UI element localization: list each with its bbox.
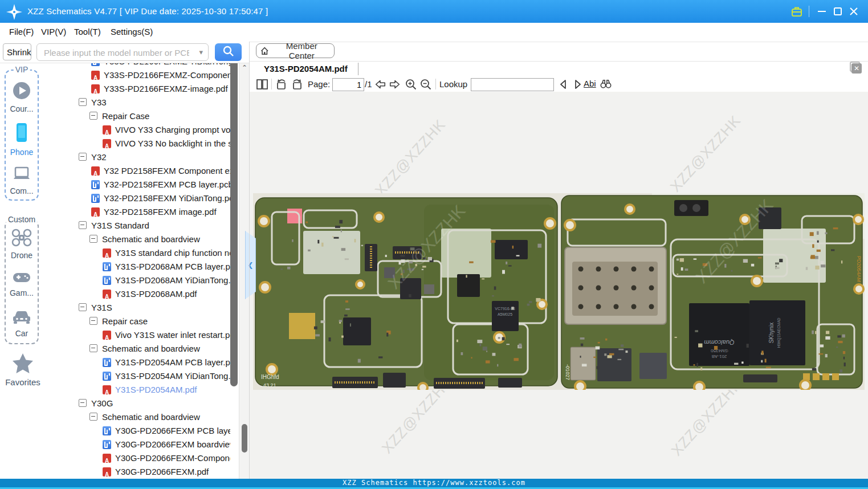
- collapse-toggle-icon[interactable]: [79, 98, 87, 106]
- tree-item[interactable]: Y31S-PD2068AM YiDianTong.p: [68, 274, 230, 287]
- tree-item[interactable]: Y30G-PD2066FEXM-Componen: [68, 451, 230, 465]
- tree-item[interactable]: VIVO Y33 No backlight in the se: [68, 137, 230, 150]
- lookup-label: Lookup: [439, 79, 467, 89]
- tree-item-label: Schematic and boardview: [102, 412, 200, 422]
- member-center-button[interactable]: Member Center: [256, 43, 335, 58]
- binoculars-icon[interactable]: [600, 78, 612, 91]
- panel-scrollbar-thumb[interactable]: [242, 424, 247, 453]
- status-bar: XZZ Schematics https://www.xzztools.com: [0, 479, 868, 487]
- license-icon[interactable]: [790, 5, 804, 18]
- tree-item[interactable]: Y30G: [68, 397, 230, 410]
- sidebar-item-courses[interactable]: Cour...: [6, 81, 38, 113]
- sidebar-item-computer[interactable]: Com...: [6, 165, 38, 195]
- lookup-input[interactable]: [471, 78, 554, 91]
- tree-item-label: Y32-PD2158FEXM image.pdf: [104, 207, 217, 217]
- close-button[interactable]: [847, 5, 861, 18]
- tree-item[interactable]: VIVO Y33 Charging prompt volt: [68, 123, 230, 137]
- tree-item[interactable]: Y32-PD2158FEXM image.pdf: [68, 205, 230, 219]
- find-previous-icon[interactable]: [557, 78, 570, 91]
- collapse-toggle-icon[interactable]: [79, 221, 87, 229]
- tree-item[interactable]: Y31S-PD2054AM YiDianTong.p: [68, 369, 230, 383]
- page-number-input[interactable]: [332, 78, 364, 91]
- rotate-right-icon[interactable]: [291, 78, 303, 91]
- tree-item[interactable]: Vivo Y31S water inlet restart.pdf: [68, 328, 230, 342]
- collapse-toggle-icon[interactable]: [89, 413, 97, 421]
- page-label: Page:: [308, 79, 330, 89]
- svg-text:SM4350: SM4350: [711, 348, 728, 353]
- tree-item-label: Y32-PD2158FEXM PCB layer.pcb: [104, 180, 230, 189]
- tree-item-label: VIVO Y33 Charging prompt volt: [115, 125, 230, 135]
- collapse-toggle-icon[interactable]: [79, 153, 87, 161]
- menu-vip[interactable]: VIP(V): [41, 27, 66, 36]
- tree-item[interactable]: Y31S-PD2068AM PCB layer.pcb: [68, 260, 230, 274]
- two-page-view-icon[interactable]: [256, 78, 268, 91]
- minimize-button[interactable]: [815, 5, 829, 18]
- tree-item[interactable]: Y30G-PD2066FEXM.pdf: [68, 465, 230, 479]
- zoom-out-icon[interactable]: [419, 78, 432, 91]
- svg-text:43 21: 43 21: [263, 382, 276, 388]
- tree-item[interactable]: Repair case: [68, 315, 230, 328]
- tree-item[interactable]: Schematic and boardview: [68, 410, 230, 424]
- sidebar-item-favorites[interactable]: Favorites: [0, 352, 46, 387]
- shrink-button[interactable]: Shrink: [3, 43, 31, 60]
- close-all-tabs-button[interactable]: ✕: [851, 63, 862, 74]
- svg-text:201-AB: 201-AB: [712, 354, 727, 359]
- find-next-icon[interactable]: [571, 78, 584, 91]
- tree-item[interactable]: Schematic and boardview: [68, 342, 230, 356]
- collapse-toggle-icon[interactable]: [89, 235, 97, 243]
- collapse-toggle-icon[interactable]: [79, 303, 87, 311]
- search-button[interactable]: [215, 43, 242, 61]
- tree-item[interactable]: Y32-PD2158FEXM YiDianTong.pcb: [68, 191, 230, 205]
- chevron-down-icon[interactable]: ▾: [199, 48, 203, 56]
- pdf-file-icon: [103, 248, 111, 258]
- match-case-button[interactable]: Abi: [584, 79, 596, 88]
- page-total-label: /1: [365, 79, 372, 89]
- car-icon: [11, 309, 32, 325]
- tree-item[interactable]: Y30G-PD2066FEXM boardview.: [68, 438, 230, 451]
- collapse-toggle-icon[interactable]: [79, 399, 87, 407]
- tree-item-label: Schematic and boardview: [102, 344, 200, 353]
- menu-tool[interactable]: Tool(T): [74, 27, 101, 36]
- tree-item[interactable]: Y30G-PD2066FEXM PCB layer.p: [68, 424, 230, 438]
- collapse-toggle-icon[interactable]: [89, 317, 97, 325]
- zoom-in-icon[interactable]: [405, 78, 417, 91]
- tab-active-pdf[interactable]: Y31S-PD2054AM.pdf: [264, 64, 348, 74]
- pdf-file-icon: [91, 84, 100, 93]
- drone-icon: [11, 229, 32, 247]
- sidebar-item-phone[interactable]: Phone: [6, 122, 38, 157]
- tree-item[interactable]: Y33S-PD2166FEXMZ-Component e: [68, 68, 230, 82]
- tree-item[interactable]: Repair Case: [68, 109, 230, 123]
- search-combobox[interactable]: ▾: [36, 43, 209, 61]
- tree-item-label: Y31S-PD2054AM.pdf: [115, 385, 197, 394]
- svg-text:SKhynix: SKhynix: [768, 323, 775, 344]
- menu-settings[interactable]: Settings(S): [111, 27, 153, 36]
- sidebar: VIP Cour... Phone Com: [0, 63, 46, 479]
- tree-item[interactable]: Y31S: [68, 301, 230, 315]
- pcb-photo[interactable]: VC7916-63 A5M025: [253, 193, 865, 390]
- tree-item[interactable]: Y32-PD2158FEXM PCB layer.pcb: [68, 178, 230, 191]
- tree-item[interactable]: Y31S-PD2068AM.pdf: [68, 287, 230, 301]
- next-page-icon[interactable]: [389, 78, 401, 91]
- collapse-toggle-icon[interactable]: [89, 344, 97, 352]
- tree-item[interactable]: Y31S-PD2054AM.pdf: [68, 383, 230, 397]
- svg-text:-01027: -01027: [565, 364, 570, 380]
- panel-collapse-handle[interactable]: ❮: [245, 231, 256, 299]
- search-input[interactable]: [43, 46, 190, 59]
- menu-file[interactable]: File(F): [9, 27, 34, 36]
- tree-scrollbar-thumb[interactable]: [230, 59, 238, 386]
- tree-item[interactable]: Y32 PD2158FEXM Component exp: [68, 164, 230, 178]
- maximize-button[interactable]: [831, 5, 845, 18]
- tree-item-label: Y30G-PD2066FEXM.pdf: [115, 467, 209, 476]
- sidebar-item-drone[interactable]: Drone: [6, 229, 38, 260]
- collapse-toggle-icon[interactable]: [89, 112, 97, 120]
- tree-item[interactable]: Y31S standard chip function no: [68, 246, 230, 260]
- tree-item[interactable]: Y33S-PD2166FEXMZ-image.pdf: [68, 82, 230, 96]
- scroll-up-icon[interactable]: ⌃: [239, 64, 250, 72]
- rotate-left-icon[interactable]: [275, 78, 288, 91]
- sidebar-item-game[interactable]: Gam...: [6, 271, 38, 298]
- previous-page-icon[interactable]: [374, 78, 386, 91]
- tree-item[interactable]: Y32: [68, 150, 230, 164]
- sidebar-item-car[interactable]: Car: [6, 309, 38, 338]
- tree-item[interactable]: Y31S-PD2054AM PCB layer.pcb: [68, 356, 230, 369]
- tree-item[interactable]: Schematic and boardview: [68, 233, 230, 246]
